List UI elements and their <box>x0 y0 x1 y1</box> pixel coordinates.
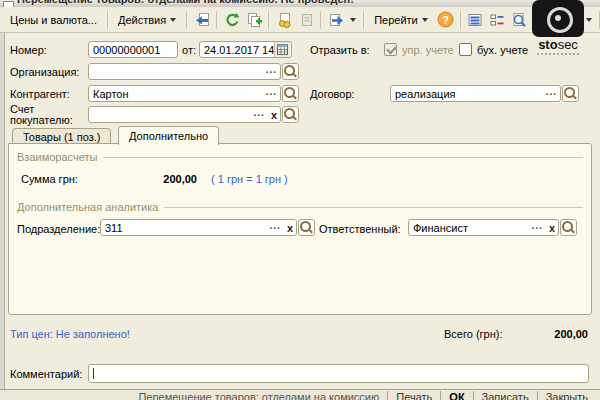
ok-button[interactable]: ОК <box>441 390 472 400</box>
toolbar-separator <box>216 11 217 29</box>
cancel-posting-icon[interactable] <box>295 10 316 30</box>
responsible-input[interactable]: Финансист ... x <box>408 219 559 236</box>
group-divider <box>103 157 583 158</box>
calendar-icon[interactable] <box>274 42 290 57</box>
chevron-down-icon <box>170 18 176 22</box>
refresh-icon[interactable] <box>221 10 242 30</box>
magnifier-icon <box>564 87 575 98</box>
chevron-down-icon <box>422 18 428 22</box>
movements-icon[interactable] <box>465 10 486 30</box>
department-label: Подразделение: <box>17 223 100 235</box>
actions-menu-button[interactable]: Действия <box>112 11 182 29</box>
close-button[interactable]: Закрыть <box>538 390 596 400</box>
sum-label: Сумма грн: <box>21 173 78 185</box>
tab-additional[interactable]: Дополнительно <box>118 126 219 145</box>
reread-icon[interactable] <box>191 10 212 30</box>
print-button[interactable]: Печать <box>388 390 440 400</box>
number-input[interactable]: 00000000001 <box>88 41 178 58</box>
book-accounting-label: бух. учете <box>477 44 528 56</box>
watermark-text-bold: sto <box>538 37 558 52</box>
clear-icon[interactable]: x <box>546 222 558 234</box>
magnifier-icon <box>300 221 311 232</box>
clear-icon[interactable]: x <box>284 222 296 234</box>
contract-label: Договор: <box>310 88 355 100</box>
counterparty-label: Контрагент: <box>10 88 70 100</box>
check-icon <box>386 44 397 55</box>
chevron-down-icon[interactable] <box>586 18 592 22</box>
number-label: Номер: <box>10 44 47 56</box>
toolbar: Цены и валюта... Действия Перейти ? <box>0 7 600 33</box>
total-value: 200,00 <box>520 328 588 340</box>
svg-text:?: ? <box>442 14 449 26</box>
toolbar-separator <box>268 11 269 29</box>
counterparty-input[interactable]: Картон ... <box>88 85 281 102</box>
comment-label: Комментарий: <box>10 368 82 380</box>
contract-input[interactable]: реализация ... <box>390 85 561 102</box>
toolbar-separator <box>363 11 364 29</box>
group-divider <box>164 207 583 208</box>
watermark-emblem <box>532 0 584 37</box>
department-input[interactable]: 311 ... x <box>100 219 297 236</box>
invoice-label-line2: покупателю: <box>10 114 73 126</box>
management-accounting-checkbox[interactable] <box>384 43 397 56</box>
counterparty-open-button[interactable] <box>282 85 299 102</box>
responsible-open-button[interactable] <box>560 219 577 236</box>
document-type-text: Перемещение товаров: отделами на комисси… <box>130 390 387 400</box>
analytics-group-header: Дополнительная аналитика <box>17 201 583 213</box>
post-document-icon[interactable] <box>273 10 294 30</box>
organization-input[interactable]: ... <box>88 63 281 80</box>
goto-menu-button[interactable]: Перейти <box>368 11 434 29</box>
reflect-in-label: Отразить в: <box>310 44 370 56</box>
watermark-logo: stosec <box>530 0 586 55</box>
magnifier-icon <box>284 87 295 98</box>
choose-button[interactable]: ... <box>265 86 280 101</box>
window-title: Перемещение товаров: отделами на комисси… <box>17 0 354 5</box>
help-icon[interactable]: ? <box>435 10 456 30</box>
structure-icon[interactable] <box>487 10 508 30</box>
organization-label: Организация: <box>10 66 79 78</box>
organization-open-button[interactable] <box>282 63 299 80</box>
find-icon[interactable] <box>509 10 530 30</box>
footer-button-bar: Перемещение товаров: отделами на комисси… <box>0 389 600 400</box>
date-label: от: <box>182 44 196 56</box>
copy-icon[interactable] <box>243 10 264 30</box>
magnifier-icon <box>284 65 295 76</box>
responsible-label: Ответственный: <box>319 223 401 235</box>
comment-input[interactable] <box>88 364 589 383</box>
invoice-open-button[interactable] <box>282 106 299 123</box>
chevron-down-icon[interactable] <box>350 18 356 22</box>
toolbar-separator <box>460 11 461 29</box>
management-accounting-label: упр. учете <box>402 44 454 56</box>
choose-button[interactable]: ... <box>265 64 280 79</box>
toolbar-separator <box>186 11 187 29</box>
settlements-group-header: Взаиморасчеты <box>17 151 583 163</box>
magnifier-icon <box>562 221 573 232</box>
department-open-button[interactable] <box>298 219 315 236</box>
exchange-rate-note: ( 1 грн = 1 грн ) <box>211 173 288 185</box>
toolbar-separator <box>320 11 321 29</box>
magnifier-icon <box>284 108 295 119</box>
toolbar-separator <box>107 11 108 29</box>
watermark-tagline <box>537 53 579 55</box>
choose-button[interactable]: ... <box>545 86 560 101</box>
clear-icon[interactable]: x <box>268 109 280 121</box>
price-type-note: Тип цен: Не заполнено! <box>10 328 130 340</box>
text-cursor <box>93 368 94 379</box>
invoice-input[interactable]: ... x <box>88 106 281 123</box>
book-accounting-checkbox[interactable] <box>459 43 472 56</box>
contract-open-button[interactable] <box>562 85 579 102</box>
sum-value: 200,00 <box>109 173 197 185</box>
choose-button[interactable]: ... <box>531 220 546 235</box>
watermark-text: sec <box>558 37 578 52</box>
choose-button[interactable]: ... <box>269 220 284 235</box>
total-label: Всего (грн): <box>444 328 503 340</box>
save-button[interactable]: Записать <box>474 390 537 400</box>
choose-button[interactable]: ... <box>253 107 268 122</box>
prices-currency-button[interactable]: Цены и валюта... <box>4 11 103 29</box>
date-input[interactable]: 24.01.2017 14:35:43 <box>199 41 292 58</box>
additional-tab-panel: Взаиморасчеты Сумма грн: 200,00 ( 1 грн … <box>8 143 592 315</box>
post-and-close-icon[interactable] <box>325 10 346 30</box>
window-left-edge <box>0 33 5 400</box>
